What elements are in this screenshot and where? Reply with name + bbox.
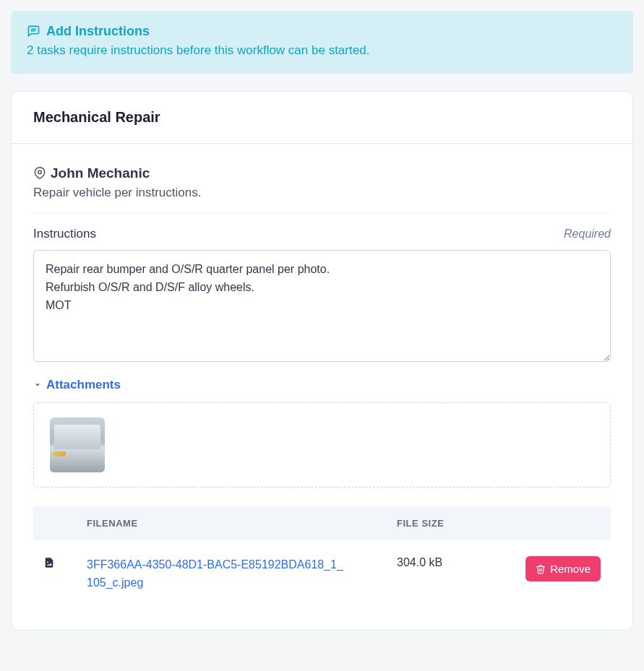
- pin-icon: [33, 167, 46, 180]
- banner-title-row: Add Instructions: [27, 24, 617, 39]
- files-table: FILENAME FILE SIZE: [33, 506, 611, 608]
- svg-point-2: [38, 170, 42, 174]
- svg-point-3: [47, 561, 48, 563]
- assignee-name: John Mechanic: [51, 165, 150, 181]
- banner-title[interactable]: Add Instructions: [46, 24, 150, 39]
- remove-label: Remove: [550, 563, 591, 575]
- instructions-label-row: Instructions Required: [33, 227, 611, 241]
- assignee-row: John Mechanic: [33, 165, 611, 181]
- attachments-label: Attachments: [46, 378, 121, 392]
- file-size: 304.0 kB: [387, 540, 510, 608]
- instructions-input[interactable]: [33, 250, 611, 362]
- col-actions: [510, 506, 611, 540]
- instructions-required: Required: [564, 228, 611, 241]
- attachments-dropzone[interactable]: [33, 402, 611, 488]
- card-title: Mechanical Repair: [33, 109, 611, 126]
- table-row: 3FF366AA-4350-48D1-BAC5-E85192BDA618_1_1…: [33, 540, 611, 608]
- col-filename: FILENAME: [77, 506, 387, 540]
- instructions-label: Instructions: [33, 227, 96, 241]
- instructions-banner: Add Instructions 2 tasks require instruc…: [11, 11, 633, 74]
- banner-subtitle: 2 tasks require instructions before this…: [27, 43, 617, 58]
- remove-button[interactable]: Remove: [525, 556, 601, 581]
- caret-down-icon: [33, 381, 42, 389]
- divider: [33, 213, 611, 214]
- card-header: Mechanical Repair: [12, 92, 632, 144]
- file-link[interactable]: 3FF366AA-4350-48D1-BAC5-E85192BDA618_1_1…: [87, 556, 347, 592]
- task-description: Repair vehicle per instructions.: [33, 186, 611, 200]
- col-filesize: FILE SIZE: [387, 506, 510, 540]
- image-file-icon: [43, 556, 55, 569]
- attachment-thumbnail[interactable]: [50, 417, 105, 472]
- task-card: Mechanical Repair John Mechanic Repair v…: [11, 91, 633, 631]
- attachments-toggle[interactable]: Attachments: [33, 378, 611, 392]
- message-icon: [27, 25, 40, 38]
- trash-icon: [536, 564, 546, 574]
- col-icon: [33, 506, 77, 540]
